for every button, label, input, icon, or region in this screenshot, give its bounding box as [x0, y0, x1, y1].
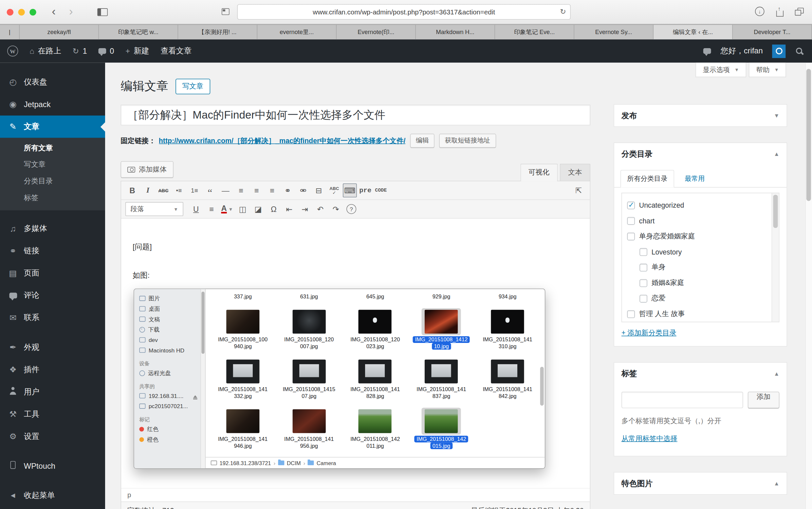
browser-tab[interactable]: 印象笔记吧 w... [99, 25, 178, 39]
sidebar-item-pages[interactable]: ▤页面 [0, 262, 105, 284]
text-editor-tab[interactable]: 文本 [560, 164, 590, 181]
checkbox[interactable] [639, 279, 647, 287]
new-content-menu[interactable]: +新建 [126, 46, 149, 56]
chevron-up-icon[interactable]: ▲ [774, 370, 779, 377]
updates-indicator[interactable]: ↻1 [73, 46, 87, 56]
add-new-post-button[interactable]: 写文章 [176, 79, 210, 94]
browser-tab[interactable]: | [0, 25, 20, 39]
chevron-up-icon[interactable]: ▲ [774, 151, 779, 157]
permalink-link[interactable]: http://www.crifan.com/［部分解决］_mac的finder中… [159, 136, 406, 145]
browser-tab[interactable]: Developer T... [733, 25, 812, 39]
category-option[interactable]: 哲理 人生 故事 [627, 306, 766, 321]
add-media-button[interactable]: 添加媒体 [121, 161, 174, 178]
italic-button[interactable]: I [141, 183, 155, 198]
paragraph-format-select[interactable]: 段落▼ [126, 202, 183, 216]
numbered-list-button[interactable]: 1≡ [188, 183, 202, 198]
choose-from-tags-link[interactable]: 从常用标签中选择 [622, 434, 677, 443]
category-option[interactable]: Uncategorized [627, 198, 766, 213]
page-scrollbar[interactable] [806, 69, 811, 201]
search-icon[interactable] [795, 46, 804, 55]
sidebar-item-contact[interactable]: ✉联系 [0, 307, 105, 329]
checkbox[interactable] [627, 217, 635, 225]
paste-as-text-button[interactable]: ◫ [236, 202, 250, 216]
page-icon[interactable] [222, 8, 230, 15]
notification-bubble-icon[interactable] [703, 48, 711, 54]
view-post-link[interactable]: 查看文章 [161, 46, 191, 56]
submenu-all-posts[interactable]: 所有文章 [0, 140, 105, 157]
spellcheck-button[interactable]: ABC✓ [327, 183, 342, 198]
special-character-button[interactable]: Ω [267, 202, 281, 216]
checkbox[interactable] [639, 248, 647, 256]
blockquote-button[interactable]: “ [203, 183, 217, 198]
category-option[interactable]: 单身恋爱婚姻家庭 [627, 228, 766, 244]
checkbox-checked[interactable] [627, 201, 635, 209]
close-window-button[interactable] [7, 9, 14, 16]
all-categories-tab[interactable]: 所有分类目录 [621, 170, 674, 188]
sidebar-item-jetpack[interactable]: ◉Jetpack [0, 93, 105, 115]
categories-panel-header[interactable]: 分类目录▲ [614, 143, 787, 165]
sidebar-toggle-icon[interactable] [97, 8, 108, 16]
undo-button[interactable]: ↶ [313, 202, 327, 216]
outdent-button[interactable]: ⇤ [282, 202, 296, 216]
forward-button[interactable]: › [69, 4, 73, 19]
align-right-button[interactable]: ≡ [265, 183, 279, 198]
sidebar-item-users[interactable]: 用户 [0, 381, 105, 403]
sidebar-item-tools[interactable]: ⚒工具 [0, 403, 105, 426]
submenu-tags[interactable]: 标签 [0, 190, 105, 206]
sidebar-item-comments[interactable]: 评论 [0, 284, 105, 307]
comments-indicator[interactable]: 0 [98, 46, 114, 55]
horizontal-rule-button[interactable]: — [218, 183, 233, 198]
sidebar-item-links[interactable]: ⚭链接 [0, 240, 105, 262]
downloads-icon[interactable]: ↓ [755, 7, 764, 16]
indent-button[interactable]: ⇥ [297, 202, 312, 216]
most-used-tab[interactable]: 最常用 [685, 170, 705, 187]
category-list-scrollbar[interactable] [772, 193, 779, 321]
share-icon[interactable] [776, 7, 783, 16]
address-bar[interactable]: www.crifan.com/wp-admin/post.php?post=36… [237, 4, 571, 20]
checkbox[interactable] [639, 263, 647, 271]
browser-tab[interactable]: Evernote Sy... [574, 25, 654, 39]
keyboard-icon[interactable]: ⌨ [343, 183, 357, 198]
get-shortlink-button[interactable]: 获取短链接地址 [439, 134, 496, 148]
checkbox[interactable] [639, 295, 647, 302]
bold-button[interactable]: B [126, 183, 139, 198]
sidebar-item-wptouch[interactable]: WPtouch [0, 455, 105, 477]
browser-tab[interactable]: 印象笔记 Eve... [495, 25, 574, 39]
sidebar-item-settings[interactable]: ⚙设置 [0, 426, 105, 448]
redo-button[interactable]: ↷ [329, 202, 343, 216]
submenu-new-post[interactable]: 写文章 [0, 157, 105, 173]
underline-button[interactable]: U [189, 202, 203, 216]
sidebar-item-posts[interactable]: ✎文章 [0, 115, 105, 138]
minimize-window-button[interactable] [18, 9, 25, 16]
align-center-button[interactable]: ≡ [249, 183, 263, 198]
browser-tab[interactable]: evernote里... [257, 25, 337, 39]
sidebar-item-media[interactable]: ♫多媒体 [0, 217, 105, 240]
featured-image-panel-header[interactable]: 特色图片▲ [614, 472, 787, 494]
category-option[interactable]: 单身 [627, 260, 766, 275]
pre-button[interactable]: pre [358, 183, 372, 198]
tab-overview-icon[interactable] [795, 7, 804, 15]
collapse-menu-button[interactable]: ◀收起菜单 [0, 484, 105, 507]
remove-link-button[interactable]: ⚮ [296, 183, 310, 198]
add-new-category-link[interactable]: + 添加新分类目录 [622, 329, 676, 338]
clear-formatting-button[interactable]: ◪ [251, 202, 265, 216]
reload-icon[interactable]: ↻ [560, 7, 566, 15]
chevron-up-icon[interactable]: ▲ [774, 480, 779, 486]
add-tag-button[interactable]: 添加 [748, 392, 779, 408]
more-tag-button[interactable]: ⊟ [312, 183, 326, 198]
browser-tab-active[interactable]: 编辑文章 ‹ 在... [654, 25, 733, 39]
checkbox[interactable] [627, 310, 635, 318]
wp-logo[interactable]: W [7, 45, 18, 56]
tags-input[interactable] [622, 392, 743, 408]
editor-content[interactable]: [问题] 如图: 图片 桌面 文稿 下载 dev Macin [121, 218, 590, 488]
zoom-window-button[interactable] [30, 9, 36, 16]
help-button[interactable]: 帮助▼ [749, 63, 786, 77]
browser-tab[interactable]: Evernote(印... [337, 25, 416, 39]
submenu-categories[interactable]: 分类目录 [0, 173, 105, 190]
insert-link-button[interactable]: ⚭ [281, 183, 295, 198]
avatar[interactable] [772, 44, 785, 58]
visual-editor-tab[interactable]: 可视化 [520, 164, 558, 181]
chevron-down-icon[interactable]: ▼ [774, 112, 779, 118]
browser-tab[interactable]: Markdown H... [416, 25, 495, 39]
publish-panel-header[interactable]: 发布▼ [614, 104, 787, 126]
